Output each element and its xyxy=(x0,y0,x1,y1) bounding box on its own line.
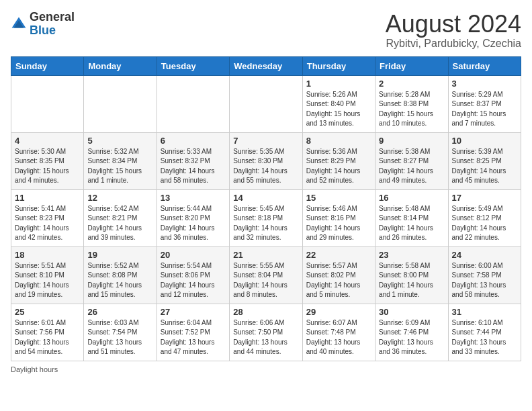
table-cell: 14Sunrise: 5:45 AM Sunset: 8:18 PM Dayli… xyxy=(230,189,302,246)
day-info: Sunrise: 5:30 AM Sunset: 8:35 PM Dayligh… xyxy=(15,147,80,186)
day-info: Sunrise: 5:44 AM Sunset: 8:20 PM Dayligh… xyxy=(161,204,226,243)
day-info: Sunrise: 5:45 AM Sunset: 8:18 PM Dayligh… xyxy=(233,204,298,243)
col-friday: Friday xyxy=(375,56,448,75)
day-number: 21 xyxy=(233,250,298,260)
day-info: Sunrise: 5:42 AM Sunset: 8:21 PM Dayligh… xyxy=(87,204,152,243)
table-cell: 12Sunrise: 5:42 AM Sunset: 8:21 PM Dayli… xyxy=(84,189,157,246)
table-cell: 13Sunrise: 5:44 AM Sunset: 8:20 PM Dayli… xyxy=(157,189,229,246)
day-number: 9 xyxy=(379,136,444,146)
title-section: August 2024 Rybitvi, Pardubicky, Czechia xyxy=(386,11,521,50)
col-wednesday: Wednesday xyxy=(230,56,302,75)
day-info: Sunrise: 5:26 AM Sunset: 8:40 PM Dayligh… xyxy=(306,90,371,129)
day-info: Sunrise: 6:03 AM Sunset: 7:54 PM Dayligh… xyxy=(87,318,152,357)
day-info: Sunrise: 5:51 AM Sunset: 8:10 PM Dayligh… xyxy=(15,261,80,300)
day-info: Sunrise: 5:41 AM Sunset: 8:23 PM Dayligh… xyxy=(15,204,80,243)
day-info: Sunrise: 5:33 AM Sunset: 8:32 PM Dayligh… xyxy=(161,147,226,186)
table-cell: 2Sunrise: 5:28 AM Sunset: 8:38 PM Daylig… xyxy=(375,75,448,132)
week-row-2: 11Sunrise: 5:41 AM Sunset: 8:23 PM Dayli… xyxy=(11,189,521,246)
table-cell: 24Sunrise: 6:00 AM Sunset: 7:58 PM Dayli… xyxy=(448,246,521,304)
col-sunday: Sunday xyxy=(11,56,84,75)
day-number: 16 xyxy=(379,193,444,203)
day-info: Sunrise: 5:58 AM Sunset: 8:00 PM Dayligh… xyxy=(379,261,444,300)
table-cell: 10Sunrise: 5:39 AM Sunset: 8:25 PM Dayli… xyxy=(448,132,521,189)
day-number: 26 xyxy=(87,307,152,317)
logo: General Blue xyxy=(11,11,75,38)
table-cell xyxy=(230,75,302,132)
week-row-4: 25Sunrise: 6:01 AM Sunset: 7:56 PM Dayli… xyxy=(11,304,521,361)
day-info: Sunrise: 5:54 AM Sunset: 8:06 PM Dayligh… xyxy=(161,261,226,300)
day-number: 19 xyxy=(87,250,152,260)
day-number: 8 xyxy=(306,136,371,146)
calendar-table: Sunday Monday Tuesday Wednesday Thursday… xyxy=(11,56,521,361)
table-cell: 26Sunrise: 6:03 AM Sunset: 7:54 PM Dayli… xyxy=(84,304,157,361)
day-info: Sunrise: 6:10 AM Sunset: 7:44 PM Dayligh… xyxy=(452,318,517,357)
col-thursday: Thursday xyxy=(302,56,375,75)
day-number: 15 xyxy=(306,193,371,203)
day-number: 14 xyxy=(233,193,298,203)
logo-general-text: General xyxy=(30,10,75,24)
table-cell: 15Sunrise: 5:46 AM Sunset: 8:16 PM Dayli… xyxy=(302,189,375,246)
table-cell xyxy=(157,75,229,132)
day-number: 31 xyxy=(452,307,517,317)
table-cell: 3Sunrise: 5:29 AM Sunset: 8:37 PM Daylig… xyxy=(448,75,521,132)
day-number: 27 xyxy=(161,307,226,317)
day-number: 20 xyxy=(161,250,226,260)
day-number: 7 xyxy=(233,136,298,146)
day-number: 4 xyxy=(15,136,80,146)
page: General Blue August 2024 Rybitvi, Pardub… xyxy=(0,0,532,380)
day-info: Sunrise: 6:07 AM Sunset: 7:48 PM Dayligh… xyxy=(306,318,371,357)
header: General Blue August 2024 Rybitvi, Pardub… xyxy=(11,11,521,50)
table-cell: 16Sunrise: 5:48 AM Sunset: 8:14 PM Dayli… xyxy=(375,189,448,246)
table-cell: 7Sunrise: 5:35 AM Sunset: 8:30 PM Daylig… xyxy=(230,132,302,189)
day-info: Sunrise: 6:06 AM Sunset: 7:50 PM Dayligh… xyxy=(233,318,298,357)
day-number: 18 xyxy=(15,250,80,260)
day-info: Sunrise: 6:09 AM Sunset: 7:46 PM Dayligh… xyxy=(379,318,444,357)
day-info: Sunrise: 5:49 AM Sunset: 8:12 PM Dayligh… xyxy=(452,204,517,243)
table-cell: 6Sunrise: 5:33 AM Sunset: 8:32 PM Daylig… xyxy=(157,132,229,189)
day-number: 1 xyxy=(306,79,371,89)
table-cell: 27Sunrise: 6:04 AM Sunset: 7:52 PM Dayli… xyxy=(157,304,229,361)
header-row: Sunday Monday Tuesday Wednesday Thursday… xyxy=(11,56,521,75)
table-cell: 4Sunrise: 5:30 AM Sunset: 8:35 PM Daylig… xyxy=(11,132,84,189)
day-info: Sunrise: 6:01 AM Sunset: 7:56 PM Dayligh… xyxy=(15,318,80,357)
day-number: 28 xyxy=(233,307,298,317)
table-cell: 17Sunrise: 5:49 AM Sunset: 8:12 PM Dayli… xyxy=(448,189,521,246)
day-number: 10 xyxy=(452,136,517,146)
day-number: 17 xyxy=(452,193,517,203)
day-info: Sunrise: 5:46 AM Sunset: 8:16 PM Dayligh… xyxy=(306,204,371,243)
day-number: 22 xyxy=(306,250,371,260)
day-number: 25 xyxy=(15,307,80,317)
day-number: 6 xyxy=(161,136,226,146)
table-cell: 30Sunrise: 6:09 AM Sunset: 7:46 PM Dayli… xyxy=(375,304,448,361)
day-info: Sunrise: 5:55 AM Sunset: 8:04 PM Dayligh… xyxy=(233,261,298,300)
day-info: Sunrise: 5:35 AM Sunset: 8:30 PM Dayligh… xyxy=(233,147,298,186)
location: Rybitvi, Pardubicky, Czechia xyxy=(386,38,521,50)
day-info: Sunrise: 5:28 AM Sunset: 8:38 PM Dayligh… xyxy=(379,90,444,129)
day-info: Sunrise: 6:00 AM Sunset: 7:58 PM Dayligh… xyxy=(452,261,517,300)
table-cell: 8Sunrise: 5:36 AM Sunset: 8:29 PM Daylig… xyxy=(302,132,375,189)
table-cell: 31Sunrise: 6:10 AM Sunset: 7:44 PM Dayli… xyxy=(448,304,521,361)
day-info: Sunrise: 5:39 AM Sunset: 8:25 PM Dayligh… xyxy=(452,147,517,186)
table-cell: 25Sunrise: 6:01 AM Sunset: 7:56 PM Dayli… xyxy=(11,304,84,361)
day-number: 23 xyxy=(379,250,444,260)
table-cell: 11Sunrise: 5:41 AM Sunset: 8:23 PM Dayli… xyxy=(11,189,84,246)
week-row-1: 4Sunrise: 5:30 AM Sunset: 8:35 PM Daylig… xyxy=(11,132,521,189)
day-info: Sunrise: 5:38 AM Sunset: 8:27 PM Dayligh… xyxy=(379,147,444,186)
day-number: 11 xyxy=(15,193,80,203)
day-number: 2 xyxy=(379,79,444,89)
day-info: Sunrise: 5:29 AM Sunset: 8:37 PM Dayligh… xyxy=(452,90,517,129)
table-cell xyxy=(84,75,157,132)
day-number: 5 xyxy=(87,136,152,146)
week-row-0: 1Sunrise: 5:26 AM Sunset: 8:40 PM Daylig… xyxy=(11,75,521,132)
day-info: Sunrise: 5:48 AM Sunset: 8:14 PM Dayligh… xyxy=(379,204,444,243)
day-number: 3 xyxy=(452,79,517,89)
col-monday: Monday xyxy=(84,56,157,75)
month-title: August 2024 xyxy=(386,11,521,38)
day-number: 24 xyxy=(452,250,517,260)
table-cell: 18Sunrise: 5:51 AM Sunset: 8:10 PM Dayli… xyxy=(11,246,84,304)
day-number: 30 xyxy=(379,307,444,317)
calendar-body: 1Sunrise: 5:26 AM Sunset: 8:40 PM Daylig… xyxy=(11,75,521,361)
table-cell: 29Sunrise: 6:07 AM Sunset: 7:48 PM Dayli… xyxy=(302,304,375,361)
table-cell: 22Sunrise: 5:57 AM Sunset: 8:02 PM Dayli… xyxy=(302,246,375,304)
table-cell: 28Sunrise: 6:06 AM Sunset: 7:50 PM Dayli… xyxy=(230,304,302,361)
